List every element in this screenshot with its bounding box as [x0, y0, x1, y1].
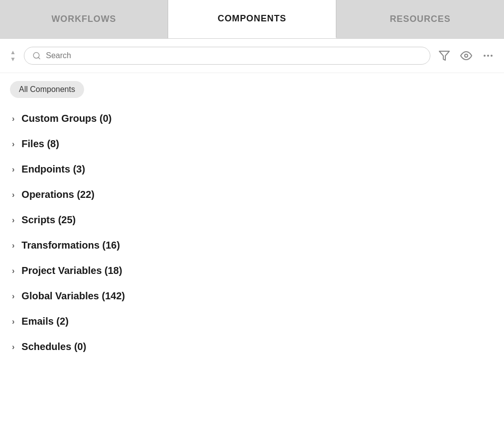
filter-icon-button[interactable]	[436, 48, 452, 64]
search-icon	[32, 51, 41, 60]
search-input[interactable]	[46, 51, 422, 60]
chevron-right-icon: ›	[12, 166, 14, 174]
sort-down-icon: ▼	[10, 56, 16, 62]
eye-icon	[460, 50, 472, 62]
tab-bar: WORKFLOWS COMPONENTS RESOURCES	[0, 0, 504, 39]
chevron-right-icon: ›	[12, 292, 14, 300]
component-item-global-variables[interactable]: ›Global Variables (142)	[0, 283, 504, 309]
more-icon	[482, 50, 494, 62]
component-list: ›Custom Groups (0)›Files (8)›Endpoints (…	[0, 102, 504, 363]
tab-components[interactable]: COMPONENTS	[168, 0, 336, 38]
tab-resources[interactable]: RESOURCES	[336, 0, 504, 38]
component-item-project-variables[interactable]: ›Project Variables (18)	[0, 258, 504, 283]
sort-toggle[interactable]: ▲ ▼	[8, 47, 18, 64]
component-label: Custom Groups (0)	[21, 113, 111, 124]
component-label: Scripts (25)	[21, 214, 76, 226]
component-item-schedules[interactable]: ›Schedules (0)	[0, 334, 504, 359]
svg-point-3	[465, 54, 468, 57]
svg-line-1	[38, 57, 40, 59]
component-label: Schedules (0)	[21, 341, 86, 353]
chevron-right-icon: ›	[12, 191, 14, 199]
component-label: Project Variables (18)	[21, 265, 122, 276]
component-item-files[interactable]: ›Files (8)	[0, 131, 504, 157]
all-components-pill[interactable]: All Components	[10, 81, 84, 98]
chevron-right-icon: ›	[12, 140, 14, 148]
toolbar: ▲ ▼	[0, 39, 504, 73]
svg-point-5	[487, 55, 489, 57]
chevron-right-icon: ›	[12, 267, 14, 275]
chevron-right-icon: ›	[12, 216, 14, 224]
chevron-right-icon: ›	[12, 242, 14, 250]
svg-point-6	[491, 55, 493, 57]
component-label: Transformations (16)	[21, 240, 120, 251]
component-label: Emails (2)	[21, 316, 68, 327]
component-label: Global Variables (142)	[21, 290, 125, 302]
tab-workflows[interactable]: WORKFLOWS	[0, 0, 168, 38]
filter-row: All Components	[0, 73, 504, 102]
component-item-emails[interactable]: ›Emails (2)	[0, 309, 504, 334]
chevron-right-icon: ›	[12, 115, 14, 123]
filter-icon	[438, 50, 450, 62]
svg-marker-2	[439, 51, 449, 60]
component-item-operations[interactable]: ›Operations (22)	[0, 182, 504, 207]
svg-point-4	[484, 55, 486, 57]
chevron-right-icon: ›	[12, 318, 14, 326]
component-item-scripts[interactable]: ›Scripts (25)	[0, 207, 504, 233]
search-box	[24, 47, 430, 65]
visibility-icon-button[interactable]	[458, 48, 474, 64]
component-item-endpoints[interactable]: ›Endpoints (3)	[0, 157, 504, 182]
component-item-custom-groups[interactable]: ›Custom Groups (0)	[0, 106, 504, 131]
sort-up-icon: ▲	[10, 49, 16, 55]
component-label: Operations (22)	[21, 189, 95, 200]
component-label: Endpoints (3)	[21, 164, 85, 175]
chevron-right-icon: ›	[12, 343, 14, 351]
component-item-transformations[interactable]: ›Transformations (16)	[0, 233, 504, 258]
component-label: Files (8)	[21, 138, 59, 150]
more-options-button[interactable]	[480, 48, 496, 64]
